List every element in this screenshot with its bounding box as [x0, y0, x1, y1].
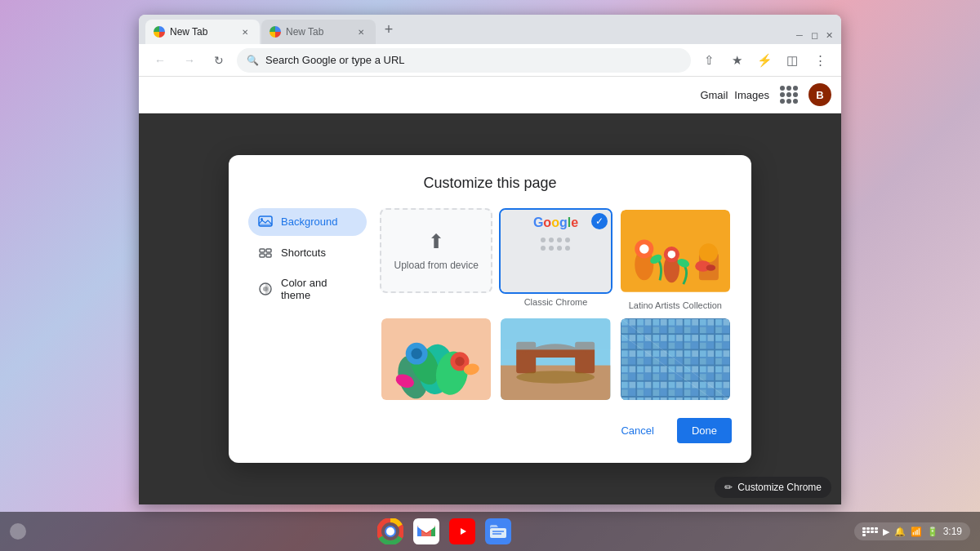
gmail-taskbar-icon[interactable]: [413, 518, 439, 544]
latino-artists-svg: [621, 210, 730, 292]
modal-title: Customize this page: [248, 175, 732, 192]
images-link[interactable]: Images: [734, 89, 769, 101]
tab-2-label: New Tab: [286, 26, 323, 38]
apps-dot: [786, 92, 791, 97]
taskbar-right: ▶ 🔔 📶 🔋 3:19: [854, 522, 970, 540]
building-thumb[interactable]: [619, 317, 732, 406]
color-theme-label: Color and theme: [281, 277, 357, 301]
arch-thumb[interactable]: [499, 317, 612, 406]
apps-dot: [780, 99, 785, 104]
svg-point-38: [517, 371, 595, 383]
modal-body: Background Shortcuts: [248, 208, 732, 405]
url-text: Search Google or type a URL: [265, 54, 405, 66]
keyboard-icon: [862, 527, 878, 536]
sidebar-item-shortcuts[interactable]: Shortcuts: [248, 239, 367, 267]
forward-button[interactable]: →: [178, 49, 201, 72]
tab-1-close[interactable]: ✕: [238, 25, 252, 38]
profile-avatar[interactable]: B: [808, 83, 831, 106]
done-button[interactable]: Done: [677, 418, 732, 443]
tab-2-favicon: [270, 26, 281, 38]
apps-dot: [793, 99, 798, 104]
new-tab-button[interactable]: +: [377, 18, 400, 41]
building-svg: [621, 318, 730, 401]
selected-check: ✓: [591, 213, 608, 229]
cancel-button[interactable]: Cancel: [606, 418, 668, 443]
background-label: Background: [281, 216, 337, 228]
menu-icon[interactable]: ⋮: [808, 49, 831, 72]
taskbar-center: [34, 518, 854, 544]
sidebar-item-color-theme[interactable]: Color and theme: [248, 270, 367, 308]
svg-rect-6: [266, 254, 271, 257]
reload-button[interactable]: ↻: [207, 49, 230, 72]
svg-point-8: [263, 287, 268, 291]
system-time: 3:19: [943, 526, 962, 537]
youtube-taskbar-icon[interactable]: [449, 518, 475, 544]
svg-rect-37: [501, 318, 610, 349]
close-button[interactable]: ✕: [823, 29, 835, 41]
share-icon[interactable]: ⇧: [697, 49, 720, 72]
upload-label: Upload from device: [394, 260, 478, 271]
tab-1[interactable]: New Tab ✕: [145, 20, 260, 44]
maximize-button[interactable]: ◻: [808, 29, 820, 41]
svg-point-2: [261, 218, 263, 220]
shortcuts-icon: [258, 246, 273, 260]
mini-dots-row1: [541, 238, 570, 242]
upload-icon: ⬆: [428, 230, 444, 253]
svg-point-28: [411, 348, 421, 358]
tab-2-close[interactable]: ✕: [354, 25, 368, 38]
apps-button[interactable]: [776, 82, 802, 108]
customize-chrome-label: Customize Chrome: [737, 482, 822, 493]
chrome-taskbar-icon[interactable]: [377, 518, 403, 544]
plants-wrapper: [380, 317, 492, 406]
google-logo-mini: Google: [533, 216, 578, 229]
plants-svg: [381, 318, 491, 401]
upload-thumb[interactable]: ⬆ Upload from device: [380, 208, 492, 293]
gmail-link[interactable]: Gmail: [700, 89, 728, 101]
taskbar-left: [10, 523, 34, 540]
latino-artists-thumb[interactable]: [619, 208, 732, 297]
color-theme-icon: [258, 282, 273, 296]
tab-1-label: New Tab: [170, 26, 207, 38]
tab-1-favicon: [154, 26, 165, 38]
address-bar: ← → ↻ 🔍 Search Google or type a URL ⇧ ★ …: [139, 44, 841, 77]
bookmark-icon[interactable]: ★: [725, 49, 748, 72]
svg-rect-55: [490, 528, 506, 538]
svg-rect-4: [266, 249, 271, 252]
browser-header: Gmail Images B: [139, 77, 841, 113]
svg-rect-3: [260, 249, 265, 252]
extensions-icon[interactable]: ⚡: [753, 49, 776, 72]
background-icon: [258, 215, 273, 229]
customize-modal: Customize this page Background: [229, 155, 751, 463]
svg-point-12: [639, 244, 649, 254]
sidebar-item-background[interactable]: Background: [248, 208, 367, 236]
browser-content: Customize this page Background: [139, 113, 841, 504]
mini-dots-row2: [541, 246, 570, 251]
apps-dot: [793, 86, 798, 91]
customize-chrome-button[interactable]: ✏ Customize Chrome: [715, 477, 831, 498]
classic-chrome-thumb[interactable]: Google ✓: [499, 208, 612, 294]
sidebar-icon[interactable]: ◫: [781, 49, 804, 72]
building-wrapper: [619, 317, 732, 406]
apps-dot: [786, 86, 791, 91]
tab-bar: New Tab ✕ New Tab ✕ + ─ ◻ ✕: [139, 15, 841, 44]
classic-chrome-label: Classic Chrome: [499, 297, 612, 307]
latino-artists-wrapper: Latino Artists Collection: [619, 208, 732, 310]
tab-2[interactable]: New Tab ✕: [261, 20, 376, 44]
url-input[interactable]: 🔍 Search Google or type a URL: [237, 48, 691, 73]
modal-sidebar: Background Shortcuts: [248, 208, 367, 405]
modal-content: ⬆ Upload from device Google: [380, 208, 732, 405]
plants-thumb[interactable]: [380, 317, 492, 406]
window-controls: ─ ◻ ✕: [794, 29, 835, 44]
svg-point-30: [455, 357, 465, 367]
files-taskbar-icon[interactable]: [485, 518, 511, 544]
home-button[interactable]: [10, 523, 26, 540]
arch-svg: [501, 318, 610, 401]
system-tray: ▶ 🔔 📶 🔋 3:19: [854, 522, 970, 540]
svg-point-17: [699, 243, 718, 262]
apps-dot: [780, 92, 785, 97]
back-button[interactable]: ←: [149, 49, 172, 72]
minimize-button[interactable]: ─: [794, 29, 805, 41]
svg-point-15: [667, 251, 675, 259]
svg-point-50: [386, 527, 394, 535]
pencil-icon: ✏: [724, 482, 733, 493]
